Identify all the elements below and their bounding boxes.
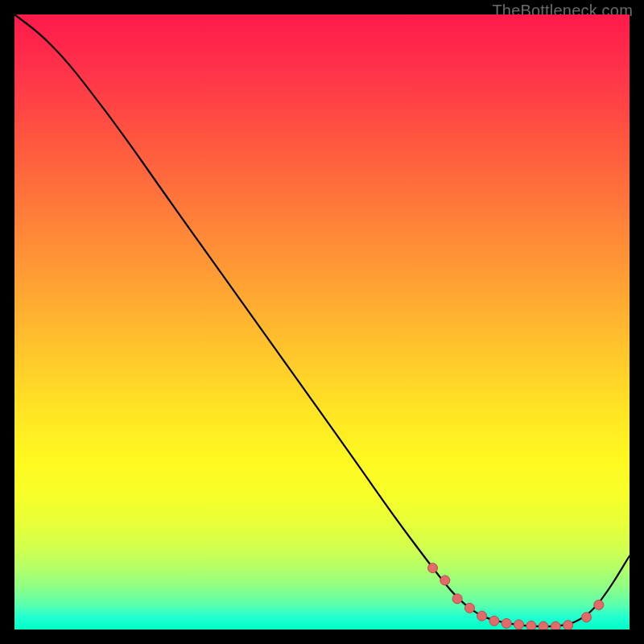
- bottleneck-curve-svg: [14, 14, 630, 630]
- highlight-dot: [539, 621, 548, 630]
- chart-frame: TheBottleneck.com: [0, 0, 644, 644]
- highlight-dot: [477, 611, 487, 621]
- highlight-dot: [428, 564, 438, 573]
- highlight-dot: [464, 603, 474, 613]
- highlight-dot: [564, 621, 573, 630]
- highlight-dot: [582, 613, 592, 622]
- highlight-dot: [594, 600, 604, 609]
- highlight-dot: [452, 594, 462, 604]
- highlight-dot: [489, 616, 499, 625]
- plot-area: [14, 14, 630, 630]
- bottleneck-curve-path: [14, 14, 630, 626]
- highlight-dot: [526, 621, 536, 630]
- highlight-dot: [551, 621, 560, 630]
- highlight-dot: [502, 618, 511, 628]
- highlight-dots-group: [428, 564, 604, 630]
- highlight-dot: [514, 620, 524, 630]
- highlight-dot: [440, 576, 450, 585]
